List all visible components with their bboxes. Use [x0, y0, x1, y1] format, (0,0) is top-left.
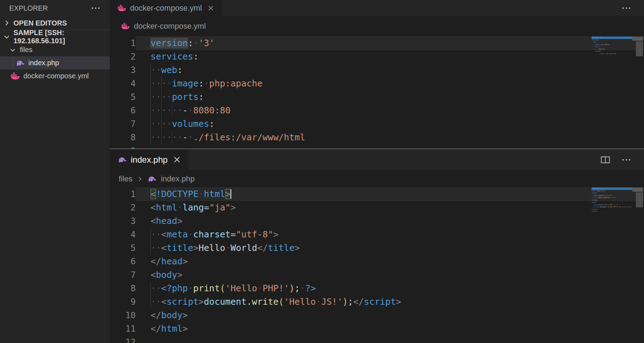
explorer-more-actions-icon[interactable]	[91, 7, 100, 10]
editor-more-actions-icon[interactable]	[622, 7, 631, 10]
code-line[interactable]: 2<html·lang="ja">	[110, 201, 644, 214]
editor-more-actions-icon[interactable]	[622, 158, 631, 161]
minimap[interactable]: <!DOCTYPE·html><html·lang="ja"><head>··<…	[592, 187, 635, 215]
chevron-down-icon	[9, 46, 16, 54]
line-number: 8	[110, 282, 136, 295]
line-number: 5	[110, 90, 136, 104]
open-editors-label: OPEN EDITORS	[13, 19, 67, 27]
line-number: 10	[110, 309, 136, 322]
code-line[interactable]: 5····ports:	[110, 90, 644, 104]
scrollbar-thumb[interactable]	[636, 192, 643, 207]
code-line[interactable]: 11</html>	[110, 322, 644, 336]
line-number: 3	[110, 214, 136, 228]
tab-docker-compose[interactable]: docker-compose.yml	[110, 0, 221, 16]
code-line[interactable]: 9	[110, 144, 644, 148]
line-number: 3	[110, 63, 136, 77]
line-number: 1	[110, 36, 136, 50]
workspace-section[interactable]: SAMPLE [SSH: 192.168.56.101]	[0, 30, 110, 43]
line-number: 9	[110, 144, 136, 148]
line-number: 4	[110, 77, 136, 90]
minimap[interactable]: version:·'3'services:··web:····image:·ph…	[592, 36, 635, 57]
scrollbar-thumb[interactable]	[636, 41, 643, 56]
code-line[interactable]: 1version:·'3'	[110, 36, 644, 50]
line-number: 5	[110, 241, 136, 255]
tab-index-php[interactable]: index.php	[110, 149, 188, 170]
code-line[interactable]: 12	[110, 336, 644, 343]
php-file-icon	[118, 156, 127, 163]
tree-item-files[interactable]: files	[0, 43, 110, 56]
tab-label: index.php	[131, 155, 168, 165]
breadcrumb-item[interactable]: index.php	[161, 174, 194, 184]
editor-group-bottom: index.php files	[110, 149, 644, 343]
breadcrumb-chevron-icon	[137, 176, 143, 182]
code-line[interactable]: 8··<?php·print('Hello·PHP!');·?>	[110, 282, 644, 295]
code-line[interactable]: 3··web:	[110, 63, 644, 77]
editor-area: docker-compose.yml docker-compose.yml	[110, 0, 644, 343]
line-number: 6	[110, 255, 136, 268]
line-number: 9	[110, 295, 136, 309]
overview-ruler-decoration	[632, 36, 643, 41]
line-number: 2	[110, 50, 136, 63]
code-line[interactable]: 5··<title>Hello·World</title>	[110, 241, 644, 255]
open-editors-section[interactable]: OPEN EDITORS	[0, 16, 110, 30]
workspace-label: SAMPLE [SSH: 192.168.56.101]	[13, 29, 110, 45]
line-number: 12	[110, 336, 136, 343]
line-number: 11	[110, 322, 136, 336]
code-editor-docker-compose[interactable]: 1version:·'3'2services:3··web:4····image…	[110, 36, 644, 148]
code-line[interactable]: 7····volumes:	[110, 117, 644, 131]
breadcrumb-item[interactable]: files	[119, 174, 132, 184]
line-number: 2	[110, 201, 136, 214]
tabbar-bottom: index.php	[110, 149, 644, 170]
tree-item-label: index.php	[28, 59, 59, 67]
breadcrumb: files index.php	[110, 170, 644, 187]
vscode-window: EXPLORER OPEN EDITORS SAMPLE [SSH: 192.1…	[0, 0, 644, 343]
close-tab-icon[interactable]	[208, 5, 214, 11]
line-number: 1	[110, 187, 136, 201]
line-number: 6	[110, 104, 136, 117]
code-line[interactable]: 6</head>	[110, 255, 644, 268]
chevron-down-icon	[3, 33, 11, 41]
line-number: 7	[110, 268, 136, 282]
tabbar-top: docker-compose.yml	[110, 0, 644, 16]
editor-group-border[interactable]	[110, 148, 644, 149]
split-editor-icon[interactable]	[601, 156, 610, 164]
code-line[interactable]: 8······-·./files:/var/www/html	[110, 131, 644, 144]
tree-item-label: docker-compose.yml	[23, 72, 89, 80]
code-line[interactable]: 4····image:·php:apache	[110, 77, 644, 90]
tree-item-index-php[interactable]: index.php	[0, 56, 110, 69]
text-cursor	[231, 189, 231, 199]
code-line[interactable]: 10</body>	[110, 309, 644, 322]
code-line[interactable]: 9··<script>document.write('Hello·JS!');<…	[110, 295, 644, 309]
overview-ruler-decoration	[632, 187, 643, 192]
php-file-icon	[147, 175, 157, 182]
tab-label: docker-compose.yml	[130, 4, 202, 13]
code-line[interactable]: 6······-·8080:80	[110, 104, 644, 117]
line-number: 7	[110, 117, 136, 131]
explorer-title: EXPLORER	[9, 4, 48, 12]
close-tab-icon[interactable]	[174, 156, 180, 163]
indent-guide	[13, 56, 13, 69]
breadcrumb-item[interactable]: docker-compose.yml	[134, 22, 206, 31]
code-line[interactable]: 4··<meta·charset="utf-8">	[110, 228, 644, 241]
tree-item-label: files	[20, 46, 33, 54]
line-number: 8	[110, 131, 136, 144]
explorer-sidebar: EXPLORER OPEN EDITORS SAMPLE [SSH: 192.1…	[0, 0, 110, 343]
breadcrumb: docker-compose.yml	[110, 16, 644, 36]
php-file-icon	[16, 59, 25, 67]
code-line[interactable]: 2services:	[110, 50, 644, 63]
code-line[interactable]: 1<!DOCTYPE·html>	[110, 187, 644, 201]
file-tree: files index.php docker-compose.yml	[0, 43, 110, 83]
tree-item-docker-compose-yml[interactable]: docker-compose.yml	[0, 69, 110, 83]
docker-file-icon	[11, 72, 20, 80]
docker-file-icon	[118, 5, 126, 11]
code-line[interactable]: 7<body>	[110, 268, 644, 282]
chevron-right-icon	[3, 19, 11, 27]
line-number: 4	[110, 228, 136, 241]
code-editor-index-php[interactable]: 1<!DOCTYPE·html>2<html·lang="ja">3<head>…	[110, 187, 644, 343]
docker-file-icon	[121, 23, 130, 29]
code-line[interactable]: 3<head>	[110, 214, 644, 228]
editor-group-top: docker-compose.yml docker-compose.yml	[110, 0, 644, 148]
